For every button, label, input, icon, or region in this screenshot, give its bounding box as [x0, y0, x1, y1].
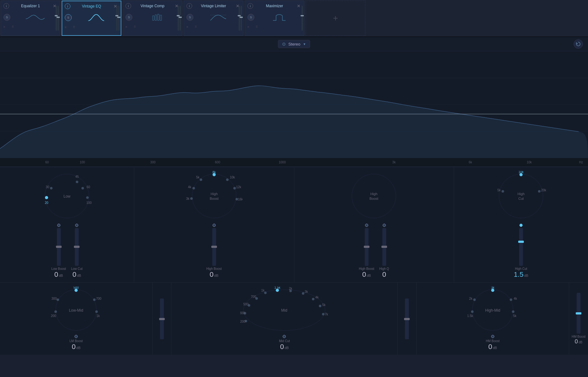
- low-boost-label: Low Boost: [51, 267, 66, 270]
- close-btn-max[interactable]: ✕: [296, 3, 302, 9]
- lowmid-dial[interactable]: 500 300 700 200 1k Low-Mid: [51, 287, 101, 334]
- highboost2-track[interactable]: [365, 228, 369, 266]
- low-boost-unit: dB: [59, 274, 63, 277]
- highq-track[interactable]: [382, 228, 386, 266]
- plugin-slot-max[interactable]: i Maximizer ✕ S ≡ ⠿: [245, 1, 304, 36]
- highq-thumb[interactable]: [381, 246, 387, 248]
- reset-button[interactable]: [574, 39, 583, 49]
- info-icon-vlim[interactable]: i: [186, 3, 192, 9]
- plugin-name-veq: Vintage EQ: [70, 4, 113, 8]
- preset-btn-vlim[interactable]: S: [186, 14, 193, 21]
- highmid-dial[interactable]: 3k 2k 4k 1.5k 5k High-Mid: [468, 287, 518, 334]
- highboost1-dial[interactable]: 8k 5k 4k 3k 10k 12k: [186, 171, 242, 221]
- preset-btn-eq1[interactable]: S: [3, 14, 10, 21]
- highcut-dial[interactable]: 10k 5k 20k High Cut: [496, 171, 546, 221]
- plugin-slot-vlim[interactable]: i Vintage Limiter ✕ S ≡ ⠿: [184, 1, 243, 36]
- svg-text:8k: 8k: [212, 171, 216, 174]
- low-faders: Low Boost 0 dB Low Cut 0: [51, 224, 82, 279]
- low-dial[interactable]: 45 30 60 20 100 Low: [42, 171, 92, 221]
- highboost2-dot[interactable]: [365, 224, 368, 227]
- low-cut-dot[interactable]: [75, 224, 78, 227]
- info-icon-vcomp[interactable]: i: [125, 3, 131, 9]
- svg-text:4k: 4k: [315, 296, 319, 299]
- mid-cut-track[interactable]: [405, 298, 409, 339]
- svg-text:300: 300: [52, 297, 57, 300]
- highboost1-dot[interactable]: [213, 224, 216, 227]
- fader-area-eq1: [56, 2, 59, 34]
- freq-ruler: 60 100 300 600 1000 3k 6k 10k Hz: [0, 158, 588, 167]
- highcut-dot[interactable]: [519, 224, 523, 227]
- svg-text:4k: 4k: [514, 297, 518, 300]
- mid-cut-label: Mid Cut: [279, 339, 290, 343]
- svg-text:10k: 10k: [230, 176, 235, 179]
- svg-text:4k: 4k: [188, 185, 191, 189]
- low-boost-thumb[interactable]: [56, 246, 62, 248]
- svg-text:700: 700: [96, 297, 101, 300]
- highmid-dot[interactable]: [491, 335, 494, 338]
- svg-text:3k: 3k: [186, 197, 190, 200]
- mid-cut-thumb[interactable]: [404, 318, 410, 320]
- highboost1-fader-group: High Boost 0 dB: [206, 224, 222, 279]
- preset-btn-veq[interactable]: S: [65, 14, 72, 21]
- menu-icon-eq1: ≡: [3, 25, 5, 29]
- highboost2-unit: dB: [367, 274, 371, 277]
- fader-area-vlim: [239, 2, 242, 34]
- eq1-icon: [13, 13, 58, 22]
- plugin-slot-eq1[interactable]: i Equalizer 1 ✕ S ≡ ⠿: [1, 1, 60, 36]
- plugin-slot-veq[interactable]: i Vintage EQ ✕ S ≡ ⠿: [62, 1, 121, 36]
- highboost2-dial[interactable]: High Boost: [346, 171, 402, 221]
- info-icon-eq1[interactable]: i: [3, 3, 9, 9]
- low-cut-thumb[interactable]: [74, 246, 80, 248]
- highcut-track[interactable]: [519, 228, 523, 266]
- lowmid-dot[interactable]: [75, 335, 78, 338]
- freq-6k: 6k: [469, 161, 472, 164]
- highboost2-thumb[interactable]: [364, 246, 369, 248]
- info-icon-max[interactable]: i: [247, 3, 253, 9]
- plugin-slot-vcomp[interactable]: i Vintage Comp ✕ S ≡ ⠿: [123, 1, 182, 36]
- svg-text:Boost: Boost: [369, 197, 378, 200]
- spectrum-svg: [0, 51, 588, 158]
- svg-text:7k: 7k: [325, 313, 328, 316]
- low-cut-fader: Low Cut 0 dB: [71, 224, 83, 279]
- lowmid-unit: dB: [76, 346, 80, 350]
- highcut-thumb[interactable]: [518, 241, 524, 243]
- mid-dot[interactable]: [283, 335, 286, 338]
- hm-boost-track[interactable]: [577, 293, 580, 334]
- preset-btn-max[interactable]: S: [247, 14, 254, 21]
- svg-point-14: [81, 187, 84, 189]
- svg-text:200: 200: [51, 314, 56, 318]
- low-boost-dot[interactable]: [57, 224, 60, 227]
- highq-dot[interactable]: [383, 224, 386, 227]
- freq-unit: Hz: [579, 161, 583, 164]
- hm-boost-value: 0 dB: [488, 343, 497, 351]
- svg-text:High: High: [518, 192, 525, 196]
- lm-boost-fader-col: [153, 283, 171, 355]
- highboost1-thumb[interactable]: [211, 246, 217, 248]
- lowmid-fader-group: LM Boost 0 dB: [69, 335, 83, 351]
- svg-rect-2: [158, 14, 159, 20]
- svg-text:3k: 3k: [491, 287, 495, 289]
- lm-boost-thumb[interactable]: [159, 318, 165, 320]
- hm-boost-thumb[interactable]: [576, 312, 581, 314]
- stereo-selector[interactable]: ⊙ Stereo ▼: [278, 40, 310, 48]
- add-plugin-button[interactable]: +: [306, 1, 365, 36]
- highboost2-number: 0: [362, 270, 366, 279]
- lm-boost-track[interactable]: [160, 298, 164, 339]
- highboost1-track[interactable]: [212, 228, 216, 266]
- low-cut-track[interactable]: [75, 228, 79, 266]
- info-icon-veq[interactable]: i: [65, 3, 70, 9]
- vintage-eq-ui: ⊙ Stereo ▼ 60 100 300 600 10: [0, 37, 588, 355]
- mid-dial[interactable]: 1.5k 1k 700 500 300 200: [240, 287, 328, 334]
- svg-point-55: [93, 298, 96, 301]
- svg-text:200: 200: [240, 320, 246, 323]
- svg-point-30: [226, 178, 229, 181]
- freq-1000: 1000: [279, 161, 286, 164]
- mid-cut-unit: dB: [285, 346, 289, 350]
- highq-number: 0: [382, 270, 386, 279]
- svg-text:5k: 5k: [196, 176, 200, 179]
- svg-point-21: [192, 174, 236, 218]
- preset-btn-vcomp[interactable]: S: [125, 14, 132, 21]
- svg-text:1k: 1k: [97, 314, 100, 318]
- svg-rect-0: [153, 16, 154, 20]
- low-boost-track[interactable]: [57, 228, 61, 266]
